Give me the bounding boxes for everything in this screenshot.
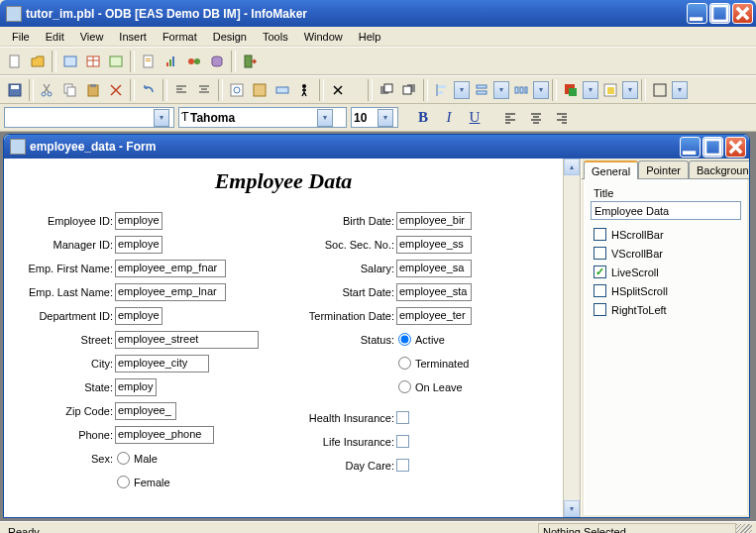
field-birth-date[interactable]: employee_bir xyxy=(396,212,472,230)
radio-male[interactable]: Male xyxy=(115,452,158,465)
bg-dd-icon[interactable]: ▾ xyxy=(622,81,638,99)
resize-grip-icon[interactable] xyxy=(736,524,752,534)
menu-help[interactable]: Help xyxy=(351,29,389,45)
exit-icon[interactable] xyxy=(239,51,261,72)
copy-icon[interactable] xyxy=(59,79,81,101)
radio-female[interactable]: Female xyxy=(115,476,170,488)
preview-icon[interactable] xyxy=(226,79,248,101)
justify-center-icon[interactable] xyxy=(525,107,547,129)
menu-edit[interactable]: Edit xyxy=(38,29,72,45)
child-maximize-button[interactable] xyxy=(702,137,723,158)
field-city[interactable]: employee_city xyxy=(115,355,209,373)
fg-dd-icon[interactable]: ▾ xyxy=(583,81,598,99)
italic-button[interactable]: I xyxy=(438,107,460,129)
checkbox-day-care[interactable] xyxy=(396,459,409,472)
run-icon[interactable] xyxy=(294,79,316,101)
tab-general[interactable]: General xyxy=(584,160,638,179)
ruler-icon[interactable] xyxy=(271,79,293,101)
table-icon[interactable] xyxy=(82,51,104,72)
field-employee-id[interactable]: employe xyxy=(115,212,162,230)
style-dd-icon[interactable]: ▾ xyxy=(154,109,169,127)
justify-left-icon[interactable] xyxy=(499,107,521,129)
field-ssn[interactable]: employee_ss xyxy=(396,236,472,254)
field-street[interactable]: employee_street xyxy=(115,331,259,349)
tab-background[interactable]: Background xyxy=(689,160,749,178)
menu-file[interactable]: File xyxy=(4,29,38,45)
child-minimize-button[interactable] xyxy=(680,137,701,158)
size-width-icon[interactable] xyxy=(471,79,492,101)
menu-format[interactable]: Format xyxy=(155,29,205,45)
maximize-button[interactable] xyxy=(709,3,730,24)
undo-icon[interactable] xyxy=(138,79,160,101)
field-state[interactable]: employ xyxy=(115,378,157,396)
check-livescroll[interactable]: ✓LiveScroll xyxy=(594,264,740,280)
form-icon[interactable] xyxy=(59,51,81,72)
underline-button[interactable]: U xyxy=(464,107,486,129)
radio-terminated[interactable]: Terminated xyxy=(396,357,469,370)
open-icon[interactable] xyxy=(27,51,49,72)
check-hscrollbar[interactable]: HScrollBar xyxy=(594,226,740,243)
pipeline-icon[interactable] xyxy=(183,51,205,72)
field-department-id[interactable]: employe xyxy=(115,307,162,325)
paste-icon[interactable] xyxy=(82,79,104,101)
new-icon[interactable] xyxy=(4,51,26,72)
menu-insert[interactable]: Insert xyxy=(111,29,155,45)
bold-button[interactable]: B xyxy=(412,107,434,129)
prop-title-input[interactable] xyxy=(591,201,741,220)
cut-icon[interactable] xyxy=(37,79,58,101)
size-dd-icon[interactable]: ▾ xyxy=(378,109,393,127)
background-color-icon[interactable] xyxy=(599,79,621,101)
radio-onleave[interactable]: On Leave xyxy=(396,380,463,393)
border-dd-icon[interactable]: ▾ xyxy=(672,81,688,99)
form-canvas[interactable]: Employee Data Employee ID:employe Manage… xyxy=(4,159,563,517)
menu-tools[interactable]: Tools xyxy=(255,29,296,45)
radio-active[interactable]: Active xyxy=(396,333,445,346)
align-left-icon[interactable] xyxy=(170,79,192,101)
checkbox-life-ins[interactable] xyxy=(396,435,409,448)
size-dd-icon[interactable]: ▾ xyxy=(493,81,509,99)
grid-icon[interactable] xyxy=(249,79,270,101)
scroll-up-icon[interactable]: ▴ xyxy=(564,159,580,175)
field-manager-id[interactable]: employe xyxy=(115,236,162,254)
style-combo[interactable] xyxy=(7,109,154,126)
space-dd-icon[interactable]: ▾ xyxy=(533,81,549,99)
border-icon[interactable] xyxy=(649,79,671,101)
query-icon[interactable] xyxy=(105,51,127,72)
bring-front-icon[interactable] xyxy=(376,79,397,101)
justify-right-icon[interactable] xyxy=(551,107,573,129)
form-scrollbar[interactable]: ▴ ▾ xyxy=(563,159,580,517)
field-salary[interactable]: employee_sa xyxy=(396,260,472,277)
tab-pointer[interactable]: Pointer xyxy=(638,160,689,178)
scroll-down-icon[interactable]: ▾ xyxy=(564,500,580,517)
check-righttoleft[interactable]: RightToLeft xyxy=(594,301,740,318)
field-term-date[interactable]: employee_ter xyxy=(396,307,472,325)
report-icon[interactable] xyxy=(138,51,160,72)
close-button[interactable] xyxy=(732,3,753,24)
send-back-icon[interactable] xyxy=(398,79,420,101)
align-center-icon[interactable] xyxy=(193,79,215,101)
field-zip-code[interactable]: employee_ xyxy=(115,402,176,420)
align-edges-left-icon[interactable] xyxy=(431,79,453,101)
clear-icon[interactable] xyxy=(327,79,349,101)
field-emp-last-name[interactable]: employee_emp_lnar xyxy=(115,283,226,301)
align-dd-icon[interactable]: ▾ xyxy=(454,81,470,99)
check-vscrollbar[interactable]: VScrollBar xyxy=(594,245,740,262)
graph-icon[interactable] xyxy=(161,51,182,72)
menu-view[interactable]: View xyxy=(72,29,112,45)
menu-design[interactable]: Design xyxy=(205,29,255,45)
font-size-combo[interactable] xyxy=(354,109,378,126)
field-start-date[interactable]: employee_sta xyxy=(396,283,472,301)
save-icon[interactable] xyxy=(4,79,26,101)
delete-icon[interactable] xyxy=(105,79,127,101)
checkbox-health-ins[interactable] xyxy=(396,411,409,424)
foreground-color-icon[interactable] xyxy=(560,79,582,101)
font-dd-icon[interactable]: ▾ xyxy=(317,109,333,127)
check-hsplitscroll[interactable]: HSplitScroll xyxy=(594,282,740,299)
database-icon[interactable] xyxy=(206,51,228,72)
child-close-button[interactable] xyxy=(725,137,746,158)
minimize-button[interactable] xyxy=(687,3,707,24)
space-horiz-icon[interactable] xyxy=(510,79,532,101)
font-name-combo[interactable] xyxy=(190,109,317,126)
field-phone[interactable]: employee_phone xyxy=(115,426,214,444)
menu-window[interactable]: Window xyxy=(296,29,351,45)
